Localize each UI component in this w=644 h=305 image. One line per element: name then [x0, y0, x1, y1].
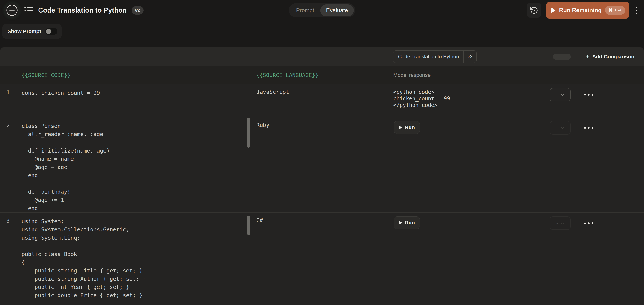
tab-prompt[interactable]: Prompt: [290, 4, 320, 16]
top-bar-right: Run Remaining ⌘ + ↵: [527, 2, 639, 18]
overflow-menu-button[interactable]: [634, 5, 639, 16]
table-row: 3 using System; using System.Collections…: [0, 213, 644, 305]
source-code-text: class Person attr_reader :name, :age def…: [22, 122, 246, 212]
header-num-cell: [0, 47, 16, 66]
row-actions-cell: [576, 84, 644, 117]
source-code-text: using System; using System.Collections.G…: [22, 217, 246, 300]
prompt-list-button[interactable]: [24, 6, 33, 14]
row-number: 3: [0, 213, 16, 305]
source-code-text: const chicken_count = 99: [22, 89, 246, 97]
header-lang-cell: [251, 47, 388, 66]
model-response-text: <python_code> chicken_count = 99 </pytho…: [393, 89, 540, 108]
show-prompt-control: Show Prompt: [2, 24, 62, 39]
score-cell: -: [544, 84, 576, 117]
toolbar-row: Show Prompt: [2, 24, 644, 39]
tab-evaluate[interactable]: Evaluate: [320, 4, 354, 16]
evaluate-page: Code Translation to Python v2 Prompt Eva…: [0, 0, 644, 305]
add-comparison-label: Add Comparison: [592, 54, 634, 60]
run-button[interactable]: Run: [394, 121, 420, 134]
score-cell: -: [544, 117, 576, 213]
show-prompt-toggle[interactable]: [45, 28, 57, 35]
plus-circle-icon: [6, 4, 18, 16]
score-value: -: [556, 221, 558, 226]
kebab-icon: [636, 7, 637, 8]
row-actions-cell: [576, 213, 644, 305]
ellipsis-icon: [584, 222, 586, 224]
mode-tabs: Prompt Evaluate: [289, 3, 355, 17]
top-bar-left: Code Translation to Python v2: [5, 3, 144, 17]
header-code-cell: [16, 47, 251, 66]
model-response-cell: Run: [388, 213, 544, 305]
source-code-variable: {{SOURCE_CODE}}: [22, 72, 70, 78]
version-badge: v2: [132, 6, 144, 14]
model-response-header-cell: Model response: [388, 66, 544, 84]
row-menu-button[interactable]: [584, 126, 594, 129]
run-label: Run: [405, 124, 415, 130]
source-language-variable: {{SOURCE_LANGUAGE}}: [256, 72, 318, 78]
show-prompt-label: Show Prompt: [8, 28, 41, 34]
template-score-cell: [544, 66, 576, 84]
ellipsis-icon: [584, 94, 586, 96]
table-row: 2 class Person attr_reader :name, :age d…: [0, 117, 644, 213]
run-button[interactable]: Run: [394, 216, 420, 229]
new-item-button[interactable]: [5, 3, 19, 17]
score-value: -: [556, 92, 558, 97]
toggle-knob: [46, 29, 51, 34]
play-icon: [552, 8, 556, 13]
chevron-down-icon: [560, 125, 564, 129]
prompt-version-chip-label: Code Translation to Python: [394, 54, 464, 59]
model-response-cell: Run: [388, 117, 544, 213]
add-comparison-button[interactable]: + Add Comparison: [576, 47, 644, 66]
cell-scrollbar[interactable]: [247, 216, 250, 235]
play-icon: [399, 221, 402, 225]
source-language-text: C#: [256, 217, 263, 224]
table-row: 1 const chicken_count = 99 JavaScript <p…: [0, 84, 644, 117]
top-bar: Code Translation to Python v2 Prompt Eva…: [0, 0, 644, 20]
model-response-cell[interactable]: <python_code> chicken_count = 99 </pytho…: [388, 84, 544, 117]
score-cell: -: [544, 213, 576, 305]
run-remaining-button[interactable]: Run Remaining ⌘ + ↵: [546, 2, 629, 18]
score-summary-pill: [553, 54, 571, 60]
header-score-summary: -: [548, 54, 571, 60]
model-response-header: Model response: [393, 72, 430, 78]
score-value: -: [556, 125, 558, 130]
row-number: 2: [0, 117, 16, 213]
score-dropdown[interactable]: -: [550, 88, 571, 101]
score-dropdown-disabled: -: [550, 121, 571, 135]
source-code-cell[interactable]: class Person attr_reader :name, :age def…: [16, 117, 251, 213]
score-dropdown-disabled: -: [550, 216, 571, 230]
comparison-header-row: Code Translation to Python v2 - + Add Co…: [0, 47, 644, 66]
row-menu-button[interactable]: [584, 93, 594, 96]
template-actions-cell: [576, 66, 644, 84]
source-language-text: JavaScript: [256, 89, 289, 95]
row-actions-cell: [576, 117, 644, 213]
row-menu-button[interactable]: [584, 222, 594, 225]
template-num-cell: [0, 66, 16, 84]
chevron-down-icon: [560, 92, 564, 96]
cell-scrollbar[interactable]: [247, 118, 250, 148]
template-row: {{SOURCE_CODE}} {{SOURCE_LANGUAGE}} Mode…: [0, 66, 644, 84]
source-language-cell[interactable]: Ruby: [251, 117, 388, 213]
source-code-cell[interactable]: const chicken_count = 99: [16, 84, 251, 117]
run-label: Run: [405, 220, 415, 226]
source-language-text: Ruby: [256, 122, 270, 128]
ellipsis-icon: [584, 127, 586, 129]
prompt-version-chip-version: v2: [464, 54, 476, 59]
row-number: 1: [0, 84, 16, 117]
prompt-version-chip[interactable]: Code Translation to Python v2: [393, 50, 476, 63]
chevron-down-icon: [560, 220, 564, 224]
run-remaining-label: Run Remaining: [559, 7, 602, 14]
keyboard-shortcut-badge: ⌘ + ↵: [605, 6, 625, 15]
play-icon: [399, 125, 402, 129]
header-model-cell: Code Translation to Python v2 -: [388, 47, 576, 66]
template-source-code-cell[interactable]: {{SOURCE_CODE}}: [16, 66, 251, 84]
template-source-language-cell[interactable]: {{SOURCE_LANGUAGE}}: [251, 66, 388, 84]
history-button[interactable]: [527, 3, 541, 17]
history-clock-icon: [530, 6, 538, 14]
evaluation-table: Code Translation to Python v2 - + Add Co…: [0, 47, 644, 305]
source-language-cell[interactable]: C#: [251, 213, 388, 305]
page-title: Code Translation to Python: [38, 6, 127, 14]
source-language-cell[interactable]: JavaScript: [251, 84, 388, 117]
score-summary-dash: -: [548, 54, 550, 60]
source-code-cell[interactable]: using System; using System.Collections.G…: [16, 213, 251, 305]
